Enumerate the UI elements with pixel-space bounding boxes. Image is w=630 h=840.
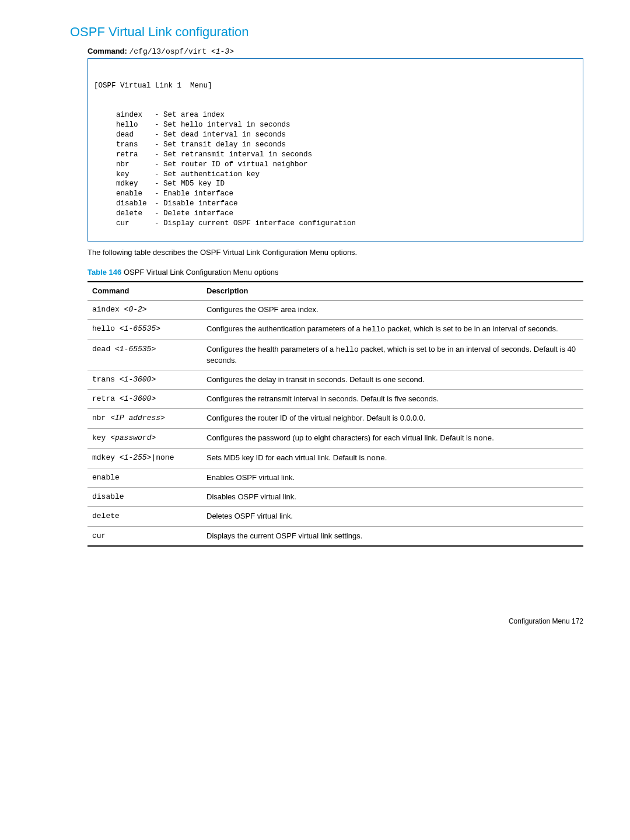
cell-description: Configures the password (up to eight cha… <box>202 428 583 448</box>
cell-description: Configures the retransmit interval in se… <box>202 390 583 409</box>
terminal-output: [OSPF Virtual Link 1 Menu] aindex- Set a… <box>88 58 583 242</box>
table-row: dead <1-65535>Configures the health para… <box>88 340 583 370</box>
terminal-line: nbr- Set router ID of virtual neighbor <box>94 160 577 170</box>
cell-command: mdkey <1-255>|none <box>88 448 202 468</box>
cell-description: Configures the OSPF area index. <box>202 300 583 320</box>
terminal-line: trans- Set transit delay in seconds <box>94 140 577 150</box>
cell-description: Configures the delay in transit in secon… <box>202 370 583 390</box>
table-caption: Table 146 OSPF Virtual Link Configuratio… <box>88 267 583 278</box>
cell-command: aindex <0-2> <box>88 300 202 320</box>
cell-description: Configures the router ID of the virtual … <box>202 409 583 428</box>
page-heading: OSPF Virtual Link configuration <box>70 23 583 41</box>
cell-command: cur <box>88 526 202 546</box>
cell-command: nbr <IP address> <box>88 409 202 428</box>
cell-command: disable <box>88 488 202 507</box>
cell-description: Configures the health parameters of a he… <box>202 340 583 370</box>
cell-description: Displays the current OSPF virtual link s… <box>202 526 583 546</box>
command-path: /cfg/l3/ospf/virt <box>130 47 211 56</box>
options-table: Command Description aindex <0-2>Configur… <box>88 281 583 547</box>
cell-command: delete <box>88 507 202 526</box>
table-caption-text: OSPF Virtual Link Configuration Menu opt… <box>121 268 278 276</box>
cell-description: Sets MD5 key ID for each virtual link. D… <box>202 448 583 468</box>
col-command: Command <box>88 282 202 300</box>
intro-text: The following table describes the OSPF V… <box>88 247 583 258</box>
table-row: disableDisables OSPF virtual link. <box>88 488 583 507</box>
table-row: retra <1-3600>Configures the retransmit … <box>88 390 583 409</box>
cell-description: Enables OSPF virtual link. <box>202 468 583 487</box>
table-row: aindex <0-2>Configures the OSPF area ind… <box>88 300 583 320</box>
terminal-line: delete- Delete interface <box>94 209 577 219</box>
table-row: curDisplays the current OSPF virtual lin… <box>88 526 583 546</box>
terminal-line: cur- Display current OSPF interface conf… <box>94 219 577 229</box>
cell-description: Disables OSPF virtual link. <box>202 488 583 507</box>
page-footer: Configuration Menu 172 <box>70 617 583 626</box>
cell-command: key <password> <box>88 428 202 448</box>
cell-command: enable <box>88 468 202 487</box>
table-row: deleteDeletes OSPF virtual link. <box>88 507 583 526</box>
table-row: key <password>Configures the password (u… <box>88 428 583 448</box>
command-line: Command: /cfg/l3/ospf/virt <1-3> <box>88 46 583 57</box>
terminal-header: [OSPF Virtual Link 1 Menu] <box>94 81 577 91</box>
command-param: <1-3> <box>211 47 234 56</box>
terminal-line: disable- Disable interface <box>94 199 577 209</box>
table-row: nbr <IP address>Configures the router ID… <box>88 409 583 428</box>
table-row: enableEnables OSPF virtual link. <box>88 468 583 487</box>
table-number: Table 146 <box>88 268 121 276</box>
table-header-row: Command Description <box>88 282 583 300</box>
terminal-line: dead- Set dead interval in seconds <box>94 130 577 140</box>
cell-description: Deletes OSPF virtual link. <box>202 507 583 526</box>
terminal-line: hello- Set hello interval in seconds <box>94 120 577 130</box>
terminal-line: retra- Set retransmit interval in second… <box>94 150 577 160</box>
table-row: hello <1-65535>Configures the authentica… <box>88 320 583 340</box>
cell-command: dead <1-65535> <box>88 340 202 370</box>
command-label: Command: <box>88 47 127 55</box>
table-row: mdkey <1-255>|noneSets MD5 key ID for ea… <box>88 448 583 468</box>
terminal-line: mdkey- Set MD5 key ID <box>94 179 577 189</box>
cell-command: retra <1-3600> <box>88 390 202 409</box>
cell-description: Configures the authentication parameters… <box>202 320 583 340</box>
col-description: Description <box>202 282 583 300</box>
terminal-line: aindex- Set area index <box>94 110 577 120</box>
cell-command: trans <1-3600> <box>88 370 202 390</box>
terminal-line: enable- Enable interface <box>94 189 577 199</box>
table-row: trans <1-3600>Configures the delay in tr… <box>88 370 583 390</box>
terminal-line: key- Set authentication key <box>94 170 577 180</box>
cell-command: hello <1-65535> <box>88 320 202 340</box>
